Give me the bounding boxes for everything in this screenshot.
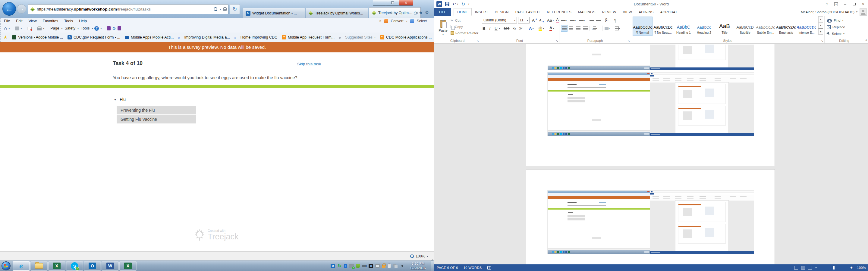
- browser-restore-button[interactable]: [386, 0, 399, 6]
- bullets-button[interactable]: ▾: [561, 17, 567, 24]
- read-mode-icon[interactable]: [794, 266, 798, 270]
- word-zoom-level[interactable]: 100%: [856, 266, 866, 270]
- superscript-button[interactable]: x²: [519, 25, 522, 32]
- page-indicator[interactable]: PAGE 6 OF 6: [437, 266, 458, 270]
- usb-drive-icon[interactable]: [362, 265, 367, 267]
- highlight-color-button[interactable]: ab▾: [538, 25, 544, 32]
- tree-node-flu[interactable]: ▼Flu: [114, 97, 126, 102]
- display-monitor-icon[interactable]: [375, 264, 380, 268]
- bold-button[interactable]: B: [483, 25, 486, 32]
- browser-tab-widget-documentation[interactable]: S Widget Documentation - ...: [243, 8, 305, 18]
- favorites-bar-item[interactable]: Mobile Apps Mobile Acti...: [125, 35, 174, 39]
- copy-button[interactable]: Copy: [451, 24, 478, 30]
- rss-feed-icon[interactable]: [15, 27, 19, 30]
- sort-button[interactable]: AZ↓: [605, 16, 609, 23]
- help-icon[interactable]: ?: [94, 26, 99, 31]
- taskbar-excel-1[interactable]: X: [48, 261, 65, 271]
- borders-button[interactable]: ▾: [615, 25, 620, 32]
- tree-item-preventing-the-flu[interactable]: Preventing the Flu: [117, 106, 196, 114]
- shrink-font-button[interactable]: A▼: [539, 17, 544, 24]
- show-formatting-marks-button[interactable]: ¶: [614, 17, 617, 24]
- outlook-tray-icon[interactable]: O: [331, 264, 335, 268]
- clear-formatting-button[interactable]: A: [556, 17, 559, 24]
- page-menu-button[interactable]: Page: [50, 26, 60, 30]
- pdf-convert-button[interactable]: Convert: [391, 19, 404, 23]
- menu-favorites[interactable]: Favorites: [40, 19, 61, 23]
- tab-home[interactable]: HOME: [454, 8, 472, 16]
- read-mail-icon[interactable]: [27, 27, 32, 30]
- menu-file[interactable]: File: [1, 19, 13, 23]
- convert-caret-icon[interactable]: ▾: [406, 20, 407, 23]
- tools-menu-button[interactable]: Tools: [80, 26, 90, 30]
- word-close-button[interactable]: ×: [859, 2, 868, 6]
- start-button[interactable]: [1, 261, 10, 270]
- grow-font-button[interactable]: A▲: [532, 17, 537, 24]
- help-caret-icon[interactable]: ▾: [100, 27, 101, 30]
- tab-references[interactable]: REFERENCES: [544, 8, 575, 16]
- zoom-caret-icon[interactable]: ▾: [427, 255, 428, 258]
- zoom-in-button[interactable]: +: [850, 266, 852, 270]
- italic-button[interactable]: I: [489, 25, 491, 32]
- print-layout-icon[interactable]: [801, 266, 805, 270]
- subscript-button[interactable]: x₂: [513, 25, 516, 32]
- settings-gear-icon[interactable]: ⚙: [425, 9, 429, 16]
- tree-item-getting-flu-vaccine[interactable]: Getting Flu Vaccine: [117, 115, 196, 124]
- styles-dialog-launcher-icon[interactable]: ↘: [821, 39, 824, 42]
- cut-button[interactable]: ✂Cut: [451, 17, 478, 24]
- web-layout-icon[interactable]: [808, 266, 812, 270]
- forward-button[interactable]: →: [17, 4, 26, 13]
- tab-file[interactable]: FILE: [434, 8, 451, 16]
- taskbar-clock[interactable]: 3:20 PM 6/23/2016: [407, 261, 430, 270]
- tab-insert[interactable]: INSERT: [472, 8, 492, 16]
- change-case-button[interactable]: Aa▾: [547, 17, 554, 24]
- home-icon[interactable]: ⌂: [413, 9, 417, 16]
- clipboard-tray-icon[interactable]: [388, 264, 391, 268]
- taskbar-skype[interactable]: S: [66, 261, 83, 271]
- browser-close-button[interactable]: ×: [399, 0, 413, 6]
- print-caret-icon[interactable]: ▾: [43, 27, 44, 30]
- skip-task-link[interactable]: Skip this task: [297, 62, 321, 66]
- suggested-sites-caret-icon[interactable]: ▾: [374, 36, 375, 38]
- browser-tab-treejack-2-active[interactable]: Treejack by Optimal W... ×: [369, 7, 421, 18]
- find-button[interactable]: Find▾: [827, 17, 843, 24]
- style-title[interactable]: AaBTitle: [715, 16, 735, 36]
- favorites-bar-item-suggested-sites[interactable]: eSuggested Sites▾: [339, 35, 375, 39]
- tab-view[interactable]: VIEW: [620, 8, 636, 16]
- format-painter-button[interactable]: Format Painter: [451, 30, 478, 36]
- resize-grip[interactable]: [432, 259, 433, 260]
- print-icon[interactable]: [37, 27, 41, 30]
- signed-in-user[interactable]: McAleer, Sharon (CDC/OD/OADC)▾: [801, 8, 858, 16]
- strikethrough-button[interactable]: abc: [504, 25, 509, 32]
- style-subtitle[interactable]: AaBbCcDSubtitle: [735, 16, 755, 36]
- word-count[interactable]: 10 WORDS: [464, 266, 482, 270]
- lock-tray-icon[interactable]: [382, 265, 385, 268]
- tab-design[interactable]: DESIGN: [492, 8, 512, 16]
- increase-indent-button[interactable]: [596, 17, 601, 24]
- document-canvas[interactable]: [434, 44, 868, 264]
- tools-caret-icon[interactable]: ▾: [92, 27, 93, 30]
- word-restore-button[interactable]: [849, 3, 859, 5]
- safety-caret-icon[interactable]: ▾: [78, 27, 79, 30]
- network-icon[interactable]: [393, 264, 398, 268]
- numbering-button[interactable]: ▾: [570, 17, 576, 24]
- user-avatar[interactable]: [860, 8, 867, 16]
- zoom-slider-handle[interactable]: [833, 266, 835, 270]
- favorites-bar-item[interactable]: eHome Improving CDC: [235, 35, 277, 39]
- tree-expand-caret-icon[interactable]: ▼: [114, 98, 117, 101]
- zoom-slider[interactable]: [821, 268, 846, 268]
- font-dialog-launcher-icon[interactable]: ↘: [556, 39, 558, 42]
- back-button[interactable]: ←: [2, 2, 16, 16]
- pdf-select-button[interactable]: Select: [417, 19, 427, 23]
- favorites-bar-item[interactable]: CDC Mobile Applications ...: [380, 35, 432, 39]
- addon-icon[interactable]: [118, 26, 121, 30]
- replace-button[interactable]: ↘Replace: [827, 24, 845, 30]
- align-center-button[interactable]: [569, 25, 573, 32]
- safety-menu-button[interactable]: Safety: [64, 26, 76, 30]
- taskbar-excel-2[interactable]: X: [119, 261, 136, 271]
- menu-help[interactable]: Help: [76, 19, 90, 23]
- browser-minimize-button[interactable]: –: [373, 0, 386, 6]
- browser-tab-treejack-1[interactable]: Treejack by Optimal Works...: [306, 8, 368, 18]
- justify-button[interactable]: [583, 25, 588, 32]
- favorites-bar-item[interactable]: Versions - Adobe Mobile ...: [12, 35, 63, 39]
- favorites-bar-item[interactable]: Mobile App Request Form...: [282, 35, 335, 39]
